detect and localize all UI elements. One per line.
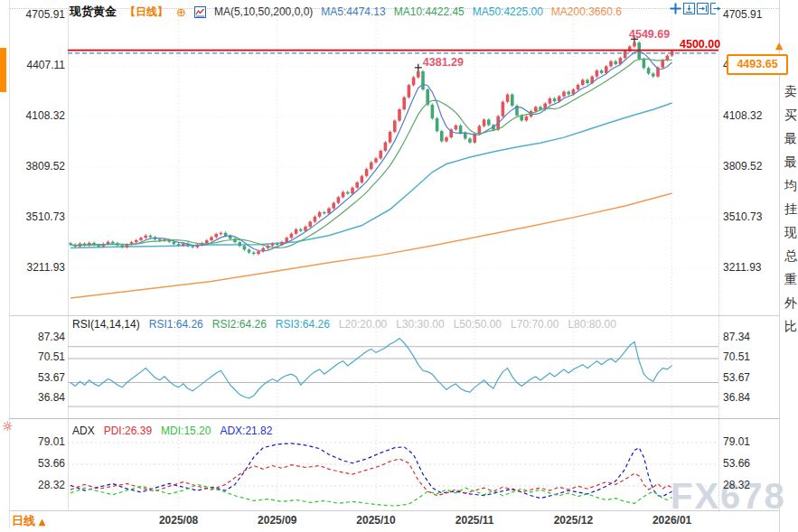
price-axis-label: 4108.32 [723,109,762,122]
price-axis-label: 3211.93 [723,261,762,274]
price-up-arrow-icon: ▲ [775,40,783,51]
rsi-l30: L30:30.00 [396,318,444,331]
ma10-value: MA10:4422.45 [394,5,465,18]
adx-axis-label: 53.66 [2,457,65,470]
x-axis-label: 2025/12 [554,514,593,527]
price-axis-label: 3211.93 [2,261,65,274]
mdi-value: MDI:15.20 [161,425,211,437]
adx-axis-label: 79.01 [2,435,65,448]
indicator-settings-icon[interactable]: ☼ [2,419,14,434]
side-menu-item[interactable]: 买 [784,107,798,124]
price-axis-label: 4108.32 [2,109,65,122]
ma200-value: MA200:3660.6 [551,5,622,18]
rsi2-value: RSI2:64.26 [212,318,267,331]
fit-y-axis-icon[interactable] [683,3,695,14]
price-axis-label: 3809.52 [2,160,65,173]
adx-axis-label: 53.66 [723,457,750,470]
symbol-name: 现货黄金 [70,4,117,20]
side-menu-item[interactable]: 总 [784,248,798,265]
ma50-value: MA50:4225.00 [473,5,543,18]
side-menu-item[interactable]: 外 [784,295,798,312]
right-strip-divider [779,0,780,532]
rsi-l80: L80:80.00 [568,318,615,331]
ma-definition: MA(5,10,50,200,0,0) [214,5,313,18]
rsi-header: RSI(14,14,14) RSI1:64.26 RSI2:64.26 RSI3… [72,318,616,331]
rsi1-value: RSI1:64.26 [149,318,203,331]
rsi3-value: RSI3:64.26 [276,318,330,331]
ma5-value: MA5:4474.13 [321,5,385,18]
price-axis-label: 4705.91 [723,8,762,21]
rsi-axis-label: 70.51 [2,350,65,363]
side-menu-item[interactable]: 最 [784,131,798,147]
side-menu-item[interactable]: 均 [784,178,798,194]
price-axis-label: 3510.73 [2,210,65,223]
exit-fullscreen-icon[interactable] [710,3,722,14]
side-menu-item[interactable]: 比 [784,319,798,335]
rsi-pane[interactable] [68,317,718,421]
rsi-title: RSI(14,14,14) [72,318,140,331]
peak-price-label-4549: 4549.69 [629,28,670,41]
main-chart-pane[interactable] [68,9,718,318]
timeframe-label[interactable]: 【日线】 [125,5,168,20]
x-axis-label: 2025/11 [455,514,494,527]
rsi-axis-label: 36.84 [2,391,65,404]
resistance-level-label: 4500.00 [680,38,720,51]
rsi-l70: L70:70.00 [511,318,559,331]
add-indicator-icon[interactable]: ⊕ [176,5,186,19]
pane-right-border [718,9,719,510]
adx-value: ADX:21.82 [220,425,272,437]
timeframe-selector[interactable]: 日线 ▲ [12,513,45,529]
trading-chart-window: ☼ 现货黄金 【日线】 ⊕ MA(5,10,50,200,0,0) MA5:44… [0,0,798,532]
adx-axis-label: 79.01 [723,435,750,448]
rsi-axis-label: 87.34 [723,331,750,343]
price-axis-label: 4407.11 [2,59,65,71]
side-menu-item[interactable]: 挂 [784,201,798,218]
right-side-menu: 卖买最最均挂现总重外比 [783,0,798,532]
x-axis-label: 2025/10 [356,514,395,527]
price-axis-label: 3809.52 [723,160,762,173]
pdi-value: PDI:26.39 [104,425,152,437]
peak-price-label-4381: 4381.29 [423,56,464,69]
chart-header: 现货黄金 【日线】 ⊕ MA(5,10,50,200,0,0) MA5:4474… [70,4,622,20]
adx-axis-label: 28.32 [723,479,750,491]
price-axis-label: 4705.91 [2,8,65,21]
rsi-axis-label: 53.67 [2,371,65,384]
rsi-axis-label: 70.51 [723,350,750,363]
adx-header: ADX PDI:26.39 MDI:15.20 ADX:21.82 [72,425,272,437]
rsi-axis-label: 36.84 [723,391,750,404]
chart-toolbar [670,3,722,14]
pan-crosshair-icon[interactable] [670,3,681,14]
rsi-axis-label: 53.67 [723,371,750,384]
rsi-l50: L50:50.00 [454,318,502,331]
adx-axis-label: 28.32 [2,479,65,491]
price-axis-label: 3510.73 [723,210,762,223]
adx-title: ADX [72,425,95,437]
chart-type-icon[interactable] [194,6,206,18]
current-price-box: 4493.65 [727,54,788,75]
x-axis-label: 2025/08 [159,514,198,527]
side-menu-item[interactable]: 重 [784,272,798,288]
x-axis-label: 2026/01 [652,514,691,527]
side-menu-item[interactable]: 最 [784,154,798,171]
rsi-l20: L20:20.00 [339,318,387,331]
x-axis-label: 2025/09 [258,514,296,527]
side-menu-item[interactable]: 现 [784,225,798,241]
side-menu-item[interactable]: 卖 [784,84,798,100]
rsi-axis-label: 87.34 [2,331,65,343]
fit-x-axis-icon[interactable] [697,3,709,14]
